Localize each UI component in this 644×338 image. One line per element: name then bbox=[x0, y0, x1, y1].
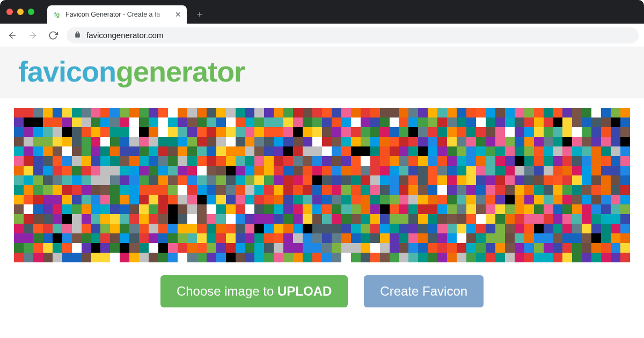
minimize-window-button[interactable] bbox=[17, 9, 24, 15]
forward-button[interactable] bbox=[26, 28, 40, 42]
site-header: favicongenerator bbox=[0, 47, 644, 98]
tab-title: Favicon Generator - Create a fa bbox=[65, 11, 171, 18]
new-tab-button[interactable]: + bbox=[192, 7, 207, 22]
back-button[interactable] bbox=[5, 28, 19, 42]
reload-icon bbox=[48, 31, 58, 40]
arrow-left-icon bbox=[8, 31, 17, 40]
tab-close-icon[interactable]: ✕ bbox=[175, 10, 181, 19]
address-bar[interactable]: favicongenerator.com bbox=[67, 27, 639, 43]
close-window-button[interactable] bbox=[6, 9, 13, 15]
browser-tab-bar: fg Favicon Generator - Create a fa ✕ + bbox=[0, 0, 644, 24]
tab-favicon-icon: fg bbox=[53, 10, 61, 19]
arrow-right-icon bbox=[28, 31, 38, 40]
maximize-window-button[interactable] bbox=[28, 9, 34, 15]
browser-tab[interactable]: fg Favicon Generator - Create a fa ✕ bbox=[47, 5, 187, 24]
url-text: favicongenerator.com bbox=[86, 31, 163, 40]
upload-button-prefix: Choose image to bbox=[177, 284, 277, 298]
upload-button-strong: UPLOAD bbox=[277, 284, 332, 298]
favicon-mosaic-banner bbox=[14, 108, 630, 262]
reload-button[interactable] bbox=[46, 28, 60, 42]
browser-toolbar: favicongenerator.com bbox=[0, 24, 644, 47]
window-controls bbox=[6, 0, 47, 24]
logo-part-favicon: favicon bbox=[18, 55, 116, 87]
site-logo: favicongenerator bbox=[18, 55, 626, 88]
lock-icon bbox=[74, 31, 81, 40]
action-buttons: Choose image to UPLOAD Create Favicon bbox=[0, 262, 644, 307]
create-favicon-button[interactable]: Create Favicon bbox=[364, 275, 484, 307]
logo-part-generator: generator bbox=[116, 55, 245, 87]
upload-button[interactable]: Choose image to UPLOAD bbox=[160, 275, 348, 307]
